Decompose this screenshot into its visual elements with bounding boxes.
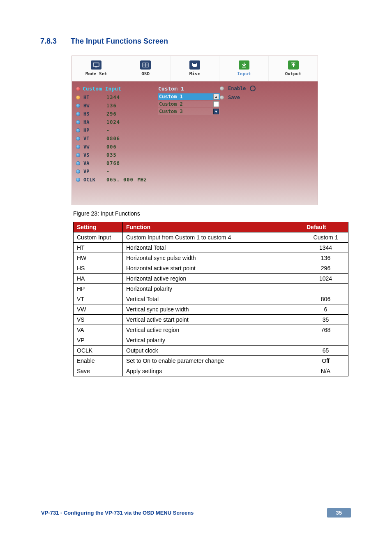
- param-label: HS: [83, 111, 103, 117]
- cell-setting: VW: [74, 304, 123, 315]
- param-value: 136: [106, 103, 117, 109]
- footer-text: VP-731 - Configuring the VP-731 via the …: [41, 510, 194, 516]
- bullet-icon: [220, 86, 224, 91]
- cell-default: Custom 1: [303, 232, 348, 243]
- cell-function: Horizontal sync pulse width: [123, 253, 303, 263]
- param-value: 006: [106, 144, 117, 150]
- table-row: HAHorizontal active region1024: [74, 274, 348, 284]
- param-label: HT: [83, 95, 103, 100]
- param-label: HW: [83, 103, 103, 109]
- download-icon: [239, 60, 249, 70]
- param-label: HA: [83, 119, 103, 125]
- table-row: VSVertical active start point35: [74, 315, 348, 325]
- table-row: VPVertical polarity: [74, 335, 348, 346]
- custom-option-3[interactable]: Custom 3 ▼: [158, 108, 220, 115]
- param-oclk[interactable]: OCLK065. 000MHz: [76, 176, 158, 184]
- page-number: 35: [327, 508, 351, 518]
- custom-input-label: Custom Input: [83, 86, 121, 92]
- tab-input[interactable]: Input: [219, 56, 269, 81]
- upload-icon: [288, 60, 299, 70]
- custom-value-label: Custom 1: [158, 86, 184, 92]
- param-value: 296: [106, 111, 117, 117]
- cell-function: Vertical active region: [123, 325, 303, 335]
- save-row[interactable]: Save: [220, 93, 314, 102]
- custom-input-header[interactable]: Custom Input: [76, 84, 158, 93]
- table-row: Custom InputCustom Input from Custom 1 t…: [74, 232, 348, 243]
- cell-function: Horizontal Total: [123, 243, 303, 253]
- section-header: 7.8.3 The Input Functions Screen: [40, 37, 352, 46]
- cell-default: [303, 335, 348, 346]
- table-row: EnableSet to On to enable parameter chan…: [74, 356, 348, 366]
- param-vp[interactable]: VP-: [76, 167, 158, 176]
- cell-default: 1024: [303, 274, 348, 284]
- cell-default: 6: [303, 304, 348, 315]
- bullet-icon: [76, 169, 80, 174]
- bullet-icon: [76, 178, 80, 182]
- param-value: 0768: [106, 160, 120, 166]
- tab-mode-set[interactable]: Mode Set: [72, 56, 121, 81]
- param-value: 1024: [106, 119, 120, 125]
- header-function: Function: [123, 222, 303, 232]
- bullet-icon: [76, 145, 80, 149]
- param-label: VW: [83, 144, 103, 150]
- section-title: The Input Functions Screen: [71, 37, 168, 46]
- plug-icon: [189, 60, 200, 70]
- param-va[interactable]: VA0768: [76, 159, 158, 167]
- cell-setting: Custom Input: [74, 232, 123, 243]
- tab-osd[interactable]: OSD: [121, 56, 171, 81]
- cell-function: Custom Input from Custom 1 to custom 4: [123, 232, 303, 243]
- tab-misc[interactable]: Misc: [171, 56, 220, 81]
- param-hs[interactable]: HS296: [76, 110, 158, 118]
- enable-row[interactable]: Enable: [220, 84, 314, 93]
- cell-setting: VA: [74, 325, 123, 335]
- tab-label: Input: [237, 71, 251, 77]
- cell-setting: HW: [74, 253, 123, 263]
- param-hw[interactable]: HW136: [76, 102, 158, 110]
- table-row: HPHorizontal polarity: [74, 284, 348, 294]
- tab-label: Output: [285, 71, 302, 77]
- param-hp[interactable]: HP-: [76, 126, 158, 135]
- param-ht[interactable]: HT1344: [76, 93, 158, 102]
- svg-rect-6: [291, 63, 295, 63]
- param-vs[interactable]: VS035: [76, 151, 158, 159]
- bullet-icon: [76, 87, 80, 91]
- table-row: SaveApply settingsN/A: [74, 366, 348, 376]
- bullet-icon: [76, 137, 80, 141]
- cell-function: Output clock: [123, 346, 303, 356]
- cell-setting: VP: [74, 335, 123, 346]
- param-label: VT: [83, 136, 103, 142]
- cell-setting: HA: [74, 274, 123, 284]
- arrow-up-icon[interactable]: ▲: [213, 94, 219, 100]
- cell-default: 768: [303, 325, 348, 335]
- cell-default: N/A: [303, 366, 348, 376]
- cell-function: Vertical active start point: [123, 315, 303, 325]
- custom-value-header: Custom 1: [158, 84, 220, 93]
- cell-function: Set to On to enable parameter change: [123, 356, 303, 366]
- cell-default: 1344: [303, 243, 348, 253]
- param-ha[interactable]: HA1024: [76, 118, 158, 126]
- table-row: OCLKOutput clock65: [74, 346, 348, 356]
- cell-function: Horizontal polarity: [123, 284, 303, 294]
- custom-option-2[interactable]: Custom 2: [158, 101, 220, 107]
- param-vw[interactable]: VW006: [76, 143, 158, 151]
- settings-table: Setting Function Default Custom InputCus…: [73, 222, 348, 376]
- cell-setting: Enable: [74, 356, 123, 366]
- bullet-icon: [220, 95, 224, 100]
- cell-function: Horizontal active region: [123, 274, 303, 284]
- grid-icon: [140, 60, 151, 70]
- tab-output[interactable]: Output: [269, 56, 318, 81]
- param-label: OCLK: [83, 177, 103, 183]
- table-row: HTHorizontal Total1344: [74, 243, 348, 253]
- cell-setting: VT: [74, 294, 123, 304]
- bullet-icon: [76, 153, 80, 157]
- param-value: 0806: [106, 136, 120, 142]
- arrow-down-icon[interactable]: ▼: [213, 109, 219, 114]
- table-row: VWVertical sync pulse width6: [74, 304, 348, 315]
- custom-option-1[interactable]: Custom 1 ▲: [158, 93, 220, 100]
- monitor-icon: [91, 60, 101, 70]
- cell-setting: HT: [74, 243, 123, 253]
- table-row: VAVertical active region768: [74, 325, 348, 335]
- table-row: HSHorizontal active start point296: [74, 263, 348, 274]
- params-column: Custom Input HT1344 HW136 HS296 HA1024 H…: [76, 84, 158, 201]
- param-vt[interactable]: VT0806: [76, 135, 158, 143]
